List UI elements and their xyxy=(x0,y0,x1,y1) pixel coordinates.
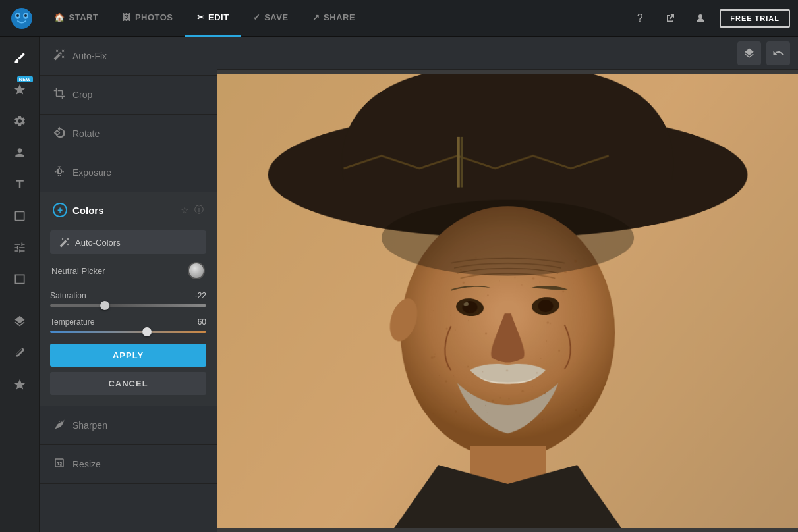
rotate-item[interactable]: Rotate xyxy=(40,115,217,153)
photos-icon: 🖼 xyxy=(122,13,131,22)
colors-title: Colors xyxy=(72,205,175,216)
resize-item[interactable]: Resize xyxy=(40,445,217,483)
sharpen-item[interactable]: Sharpen xyxy=(40,406,217,444)
svg-point-0 xyxy=(11,8,32,29)
temperature-fill xyxy=(50,331,147,333)
crop-label: Crop xyxy=(72,90,92,100)
new-badge: NEW xyxy=(17,76,33,82)
sidebar-item-frame[interactable] xyxy=(5,265,34,294)
exposure-section: Exposure xyxy=(40,153,217,192)
saturation-fill xyxy=(50,304,105,307)
saturation-label: Saturation xyxy=(50,291,86,300)
svg-point-3 xyxy=(16,14,19,17)
resize-section: Resize xyxy=(40,445,217,484)
saturation-value: -22 xyxy=(195,291,206,300)
colors-actions: ☆ ⓘ xyxy=(181,204,204,216)
sidebar-item-text[interactable] xyxy=(5,170,34,199)
crop-section: Crop xyxy=(40,76,217,115)
photo-canvas[interactable] xyxy=(217,74,798,527)
edit-icon: ✂ xyxy=(197,13,205,22)
exposure-item[interactable]: Exposure xyxy=(40,153,217,192)
sidebar-item-draw[interactable] xyxy=(5,338,34,367)
sharpen-section: Sharpen xyxy=(40,406,217,445)
svg-point-4 xyxy=(24,14,27,17)
icon-sidebar: NEW xyxy=(0,37,40,532)
nav-share-label: SHARE xyxy=(324,13,355,22)
auto-colors-label: Auto-Colors xyxy=(75,238,121,248)
sidebar-item-adjust[interactable] xyxy=(5,233,34,262)
sidebar-item-favorites[interactable] xyxy=(5,370,34,399)
saturation-slider-group: Saturation -22 xyxy=(50,291,206,307)
sidebar-item-settings[interactable] xyxy=(5,107,34,136)
nav-start[interactable]: 🏠 START xyxy=(42,0,110,37)
undo-button[interactable] xyxy=(766,41,790,65)
neutral-picker-label: Neutral Picker xyxy=(51,266,105,276)
layers-button[interactable] xyxy=(737,41,761,65)
home-icon: 🏠 xyxy=(54,13,65,22)
temperature-thumb[interactable] xyxy=(142,327,152,336)
exposure-label: Exposure xyxy=(72,167,111,178)
nav-save[interactable]: ✓ SAVE xyxy=(241,0,300,37)
neutral-picker-row: Neutral Picker xyxy=(50,262,206,279)
tool-panel: Auto-Fix Crop Rota xyxy=(40,37,217,532)
crop-item[interactable]: Crop xyxy=(40,76,217,114)
auto-colors-button[interactable]: Auto-Colors xyxy=(50,230,206,254)
sharpen-icon xyxy=(53,418,66,433)
saturation-label-row: Saturation -22 xyxy=(50,291,206,300)
exposure-icon xyxy=(53,165,66,180)
colors-section: + Colors ☆ ⓘ Auto-Colors Neutral Picke xyxy=(40,192,217,406)
nav-photos-label: PHOTOS xyxy=(135,13,173,22)
account-button[interactable] xyxy=(689,7,712,30)
save-icon: ✓ xyxy=(253,13,261,22)
free-trial-button[interactable]: FREE TRIAL xyxy=(720,9,790,28)
autofix-icon xyxy=(53,49,66,63)
neutral-picker-button[interactable] xyxy=(188,262,205,279)
nav-items: 🏠 START 🖼 PHOTOS ✂ EDIT ✓ SAVE ↗ SHARE xyxy=(42,0,629,37)
nav-edit[interactable]: ✂ EDIT xyxy=(185,0,241,37)
external-link-button[interactable] xyxy=(659,7,681,30)
resize-label: Resize xyxy=(72,459,101,469)
sidebar-item-portrait[interactable] xyxy=(5,138,34,167)
sidebar-item-layers[interactable] xyxy=(5,307,34,336)
share-icon: ↗ xyxy=(312,13,320,22)
rotate-label: Rotate xyxy=(72,128,100,139)
sharpen-label: Sharpen xyxy=(72,420,107,431)
temperature-value: 60 xyxy=(198,317,206,327)
nav-share[interactable]: ↗ SHARE xyxy=(300,0,368,37)
autofix-section: Auto-Fix xyxy=(40,37,217,76)
help-button[interactable]: ? xyxy=(629,7,651,30)
svg-point-5 xyxy=(698,14,702,18)
nav-save-label: SAVE xyxy=(264,13,288,22)
rotate-section: Rotate xyxy=(40,115,217,153)
app-logo[interactable] xyxy=(8,5,36,32)
apply-button[interactable]: APPLY xyxy=(50,344,206,367)
temperature-track[interactable] xyxy=(50,331,206,333)
temperature-slider-group: Temperature 60 xyxy=(50,317,206,333)
colors-info-icon[interactable]: ⓘ xyxy=(194,204,204,216)
colors-star-icon[interactable]: ☆ xyxy=(181,205,189,215)
saturation-thumb[interactable] xyxy=(100,301,109,310)
colors-expand-icon: + xyxy=(53,203,67,217)
main-content: NEW xyxy=(0,37,798,532)
autofix-label: Auto-Fix xyxy=(72,51,107,61)
sidebar-item-shapes[interactable] xyxy=(5,201,34,230)
sidebar-item-effects[interactable]: NEW xyxy=(5,75,34,104)
nav-start-label: START xyxy=(69,13,99,22)
rotate-icon xyxy=(53,126,66,141)
canvas-area xyxy=(217,37,798,532)
crop-icon xyxy=(53,88,66,102)
topnav: 🏠 START 🖼 PHOTOS ✂ EDIT ✓ SAVE ↗ SHARE ? xyxy=(0,0,798,37)
nav-right: ? FREE TRIAL xyxy=(629,7,790,30)
sidebar-item-brush[interactable] xyxy=(5,43,34,72)
autofix-item[interactable]: Auto-Fix xyxy=(40,37,217,75)
cancel-button[interactable]: CANCEL xyxy=(50,372,206,395)
canvas-image xyxy=(217,70,798,532)
temperature-label: Temperature xyxy=(50,317,94,327)
canvas-toolbar xyxy=(217,37,798,70)
nav-photos[interactable]: 🖼 PHOTOS xyxy=(110,0,185,37)
temperature-label-row: Temperature 60 xyxy=(50,317,206,327)
saturation-track[interactable] xyxy=(50,304,206,307)
nav-edit-label: EDIT xyxy=(208,13,229,22)
colors-header[interactable]: + Colors ☆ ⓘ xyxy=(40,192,217,225)
colors-body: Auto-Colors Neutral Picker Saturation -2… xyxy=(40,225,217,406)
